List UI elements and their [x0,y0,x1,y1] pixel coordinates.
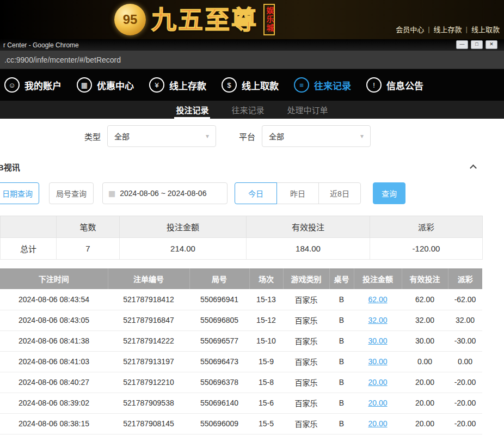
link-online-withdraw[interactable]: 线上取款 [471,24,500,34]
nav-deposit[interactable]: ¥ 线上存款 [149,77,206,93]
cell-bet-id: 521787913197 [108,351,189,372]
cell-bet-time: 2024-08-06 08:40:27 [0,372,108,393]
nav-withdraw[interactable]: $ 线上取款 [222,77,279,93]
collapse-chevron-icon[interactable] [470,164,477,171]
main-nav: ☺ 我的账户 ▦ 优惠中心 ¥ 线上存款 $ 线上取款 ≡ 往来记录 ! 信息公… [0,69,504,101]
cell-bet-time: 2024-08-06 08:43:05 [0,310,108,330]
yesterday-button[interactable]: 昨日 [276,182,319,204]
cell-bet-time: 2024-08-06 08:41:03 [0,351,108,372]
table-header-row: 下注时间注单编号局号场次游戏类别桌号投注金额有效投注派彩 [0,268,482,289]
cell-bet-time: 2024-08-06 08:38:15 [0,413,108,434]
close-button[interactable]: ✕ [485,40,497,49]
summary-header-count: 笔数 [57,216,120,238]
last-8-days-button[interactable]: 近8日 [318,182,361,204]
cell-payout: 32.00 [448,310,482,330]
cell-bet-amount[interactable]: 32.00 [354,310,402,330]
nav-label: 往来记录 [314,78,351,92]
round-query-button[interactable]: 局号查询 [49,182,94,204]
cell-bet-id: 521787909538 [108,393,189,413]
link-online-deposit[interactable]: 线上存款 [434,24,462,34]
cell-valid-bet: 62.00 [402,289,448,310]
maximize-button[interactable]: □ [471,40,483,49]
cell-table-no: B [329,351,354,372]
summary-table: 笔数 投注金额 有效投注 派彩 总计 7 214.00 184.00 -120.… [0,216,483,260]
site-title: 九五至尊 [151,3,258,36]
banner-links: 会员中心 | 线上存款 | 线上取款 [396,24,500,34]
tab-bet-records[interactable]: 投注记录 [174,101,210,119]
cell-bet-amount[interactable]: 30.00 [354,351,402,372]
cell-game-type: 百家乐 [283,413,329,434]
url-text: .cc:9900/infe/mcenter/#/betRecord [4,56,121,64]
today-button[interactable]: 今日 [235,182,277,204]
cell-table-no: B [329,372,354,393]
window-titlebar: r Center - Google Chrome — □ ✕ [0,39,504,51]
cell-session: 15-6 [249,393,283,413]
table-row: 2024-08-06 08:43:54521787918412550696941… [0,289,482,310]
cell-game-type: 百家乐 [283,351,329,372]
date-query-button[interactable]: 日期查询 [0,182,39,204]
cell-valid-bet: 20.00 [402,393,448,413]
nav-announcements[interactable]: ! 信息公告 [366,77,423,93]
nav-promotions[interactable]: ▦ 优惠中心 [77,77,134,93]
tab-pending-orders[interactable]: 处理中订单 [286,101,330,119]
calendar-icon: ▦ [108,189,115,198]
url-bar[interactable]: .cc:9900/infe/mcenter/#/betRecord [0,51,504,69]
section-title: B视讯 [0,161,20,173]
cell-bet-amount[interactable]: 62.00 [354,289,402,310]
nav-transaction-records[interactable]: ≡ 往来记录 [294,77,351,93]
cell-bet-amount[interactable]: 20.00 [354,372,402,393]
tab-transaction-records[interactable]: 往来记录 [230,101,266,119]
platform-select[interactable]: 全部 ▾ [262,125,371,147]
banknote-icon: $ [222,77,237,93]
coins-icon: ¥ [149,77,164,93]
cell-bet-amount[interactable]: 30.00 [354,330,402,351]
cell-bet-amount[interactable]: 20.00 [354,393,402,413]
type-select[interactable]: 全部 ▾ [107,125,216,147]
summary-header-valid-bet: 有效投注 [247,216,370,238]
nav-my-account[interactable]: ☺ 我的账户 [4,77,62,93]
cell-table-no: B [329,413,354,434]
table-row: 2024-08-06 08:40:27521787912210550696378… [0,372,482,393]
cell-valid-bet: 32.00 [402,310,448,330]
record-subtabs: 投注记录 往来记录 处理中订单 [0,101,504,119]
table-row: 2024-08-06 08:38:15521787908145550696009… [0,413,482,434]
cell-valid-bet: 20.00 [402,413,448,434]
nav-label: 信息公告 [386,78,423,92]
search-button[interactable]: 查询 [373,182,405,204]
table-row: 2024-08-06 08:43:05521787916847550696805… [0,310,482,330]
col-header-session: 场次 [249,268,283,289]
col-header-bet-amount: 投注金额 [354,268,402,289]
summary-header-payout: 派彩 [370,216,483,238]
cell-payout: -20.00 [448,372,482,393]
coin-logo-number: 95 [123,12,138,27]
cell-payout: -20.00 [448,393,482,413]
site-subtitle: 娱乐城 [263,4,275,35]
platform-select-value: 全部 [269,131,284,142]
minimize-button[interactable]: — [456,40,468,49]
col-header-valid-bet: 有效投注 [402,268,448,289]
cell-bet-id: 521787908145 [108,413,189,434]
cell-game-type: 百家乐 [283,330,329,351]
date-range-picker[interactable]: ▦ 2024-08-06 ~ 2024-08-06 [102,182,228,204]
col-header-round-id: 局号 [189,268,249,289]
cell-table-no: B [329,310,354,330]
filter-row: 类型 全部 ▾ 平台 全部 ▾ [84,125,504,147]
col-header-bet-time: 下注时间 [0,268,108,289]
cell-table-no: B [329,393,354,413]
records-icon: ≡ [294,77,309,93]
nav-label: 我的账户 [24,78,62,92]
summary-total-row: 总计 7 214.00 184.00 -120.00 [1,238,483,260]
cell-bet-amount[interactable]: 20.00 [354,413,402,434]
cell-bet-time: 2024-08-06 08:39:02 [0,393,108,413]
cell-payout: -62.00 [448,289,482,310]
window-title: r Center - Google Chrome [3,41,79,49]
date-range-value: 2024-08-06 ~ 2024-08-06 [120,189,206,198]
cell-session: 15-10 [249,330,283,351]
link-member-center[interactable]: 会员中心 [396,24,424,34]
cell-valid-bet: 0.00 [402,351,448,372]
user-icon: ☺ [4,77,20,93]
coin-logo-icon: 95 [114,4,146,35]
summary-header-row: 笔数 投注金额 有效投注 派彩 [1,216,483,238]
col-header-bet-id: 注单编号 [108,268,189,289]
section-header: B视讯 [0,160,504,173]
